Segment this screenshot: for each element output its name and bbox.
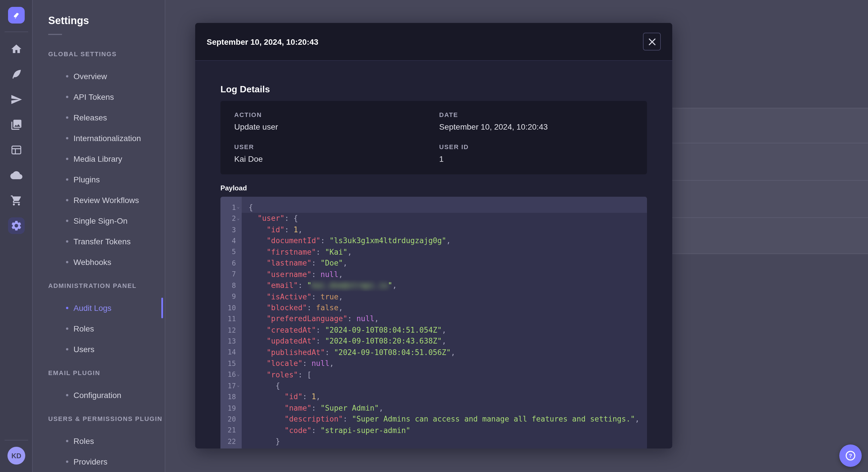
token-pun: } bbox=[249, 437, 280, 446]
code-text: "preferedLanguage": null, bbox=[242, 313, 647, 325]
token-pun: , bbox=[330, 359, 334, 368]
log-field: USERKai Doe bbox=[234, 143, 439, 164]
rail-item-cart-icon[interactable] bbox=[9, 193, 24, 207]
token-pun: , bbox=[446, 237, 451, 245]
token-key: "documentId" bbox=[267, 237, 321, 245]
gutter: 6 bbox=[220, 258, 242, 269]
bullet-dot bbox=[66, 328, 68, 330]
token-key: "email" bbox=[267, 281, 298, 290]
token-pun: , bbox=[316, 393, 321, 401]
token-key: "preferedLanguage" bbox=[267, 314, 348, 323]
line-number: 3 bbox=[232, 226, 236, 234]
sidebar-item-audit-logs[interactable]: Audit Logs bbox=[48, 298, 165, 318]
redacted-email-value: kai.doe@strapi.io bbox=[311, 281, 388, 290]
code-text: "id": 1, bbox=[242, 392, 647, 403]
log-details-modal: September 10, 2024, 10:20:43 Log Details… bbox=[195, 23, 672, 448]
media-library-icon bbox=[10, 119, 22, 131]
token-str: "2024-09-10T08:04:51.056Z" bbox=[334, 348, 451, 357]
rail-item-layout-icon[interactable] bbox=[9, 142, 24, 157]
token-pun: : bbox=[284, 225, 293, 234]
token-str: "2024-09-10T08:04:51.054Z" bbox=[325, 326, 442, 334]
code-line: 19 "name": "Super Admin", bbox=[220, 403, 647, 414]
user-avatar[interactable]: KD bbox=[7, 447, 25, 465]
rail-item-media-library-icon[interactable] bbox=[9, 117, 24, 132]
home-icon bbox=[10, 43, 22, 55]
rail-item-feather-icon[interactable] bbox=[9, 67, 24, 81]
bullet-dot bbox=[66, 220, 68, 222]
token-pun: : bbox=[311, 259, 320, 267]
sidebar-item-configuration[interactable]: Configuration bbox=[48, 385, 165, 405]
sidebar-item-review-workflows[interactable]: Review Workflows bbox=[48, 190, 165, 210]
field-label: DATE bbox=[439, 111, 633, 119]
rail-item-gear-icon[interactable] bbox=[8, 217, 25, 234]
sidebar-item-api-tokens[interactable]: API Tokens bbox=[48, 87, 165, 107]
token-pun: , bbox=[392, 281, 397, 290]
payload-code-block[interactable]: 1⌄{2⌄ "user": {3 "id": 1,4 "documentId":… bbox=[220, 197, 647, 448]
token-key: "blocked" bbox=[267, 303, 307, 312]
token-null: null bbox=[321, 270, 339, 278]
line-number: 22 bbox=[228, 438, 236, 446]
section-label: ADMINISTRATION PANEL bbox=[48, 282, 165, 290]
sidebar-item-label: Single Sign-On bbox=[73, 216, 127, 225]
gear-icon bbox=[10, 220, 22, 231]
token-key: "updatedAt" bbox=[267, 337, 316, 345]
line-number: 1 bbox=[232, 203, 236, 211]
token-key: "name" bbox=[284, 404, 311, 412]
sidebar-item-transfer-tokens[interactable]: Transfer Tokens bbox=[48, 231, 165, 252]
code-line: 15 "locale": null, bbox=[220, 358, 647, 369]
token-pun: : bbox=[311, 270, 320, 278]
token-pun: : bbox=[311, 404, 320, 412]
gutter: 8 bbox=[220, 280, 242, 291]
code-text: } bbox=[242, 436, 647, 447]
sidebar-item-users[interactable]: Users bbox=[48, 339, 165, 360]
rail-item-cloud-icon[interactable] bbox=[9, 168, 24, 182]
line-number: 9 bbox=[232, 293, 236, 301]
field-label: USER ID bbox=[439, 143, 633, 151]
token-pun: : bbox=[325, 348, 334, 357]
sidebar-item-overview[interactable]: Overview bbox=[48, 66, 165, 87]
code-line: 14 "publishedAt": "2024-09-10T08:04:51.0… bbox=[220, 347, 647, 358]
main-navigation-rail: KD bbox=[0, 0, 33, 472]
token-pun: : bbox=[320, 237, 329, 245]
token-key: "isActive" bbox=[267, 292, 312, 301]
rail-item-send-icon[interactable] bbox=[9, 92, 24, 106]
sidebar-item-plugins[interactable]: Plugins bbox=[48, 169, 165, 190]
code-text: "lastname": "Doe", bbox=[242, 258, 647, 269]
token-pun bbox=[249, 214, 257, 223]
sidebar-item-media-library[interactable]: Media Library bbox=[48, 148, 165, 169]
sidebar-item-internationalization[interactable]: Internationalization bbox=[48, 128, 165, 148]
code-text: "user": { bbox=[242, 213, 647, 224]
token-pun: : bbox=[298, 281, 307, 290]
token-key: "locale" bbox=[267, 359, 303, 368]
strapi-logo[interactable] bbox=[8, 7, 25, 24]
chevron-down-icon[interactable]: ⌄ bbox=[236, 372, 241, 377]
token-null: null bbox=[356, 314, 375, 323]
chevron-down-icon[interactable]: ⌄ bbox=[236, 382, 241, 388]
token-str: " bbox=[307, 281, 312, 290]
rail-item-home-icon[interactable] bbox=[9, 42, 24, 56]
chevron-down-icon[interactable]: ⌄ bbox=[236, 204, 241, 209]
token-str: " bbox=[388, 281, 392, 290]
sidebar-item-releases[interactable]: Releases bbox=[48, 107, 165, 128]
line-number: 2 bbox=[232, 214, 236, 223]
sidebar-item-roles[interactable]: Roles bbox=[48, 431, 165, 451]
modal-title: September 10, 2024, 10:20:43 bbox=[207, 37, 318, 46]
chevron-down-icon[interactable]: ⌄ bbox=[236, 215, 241, 221]
gutter: 18 bbox=[220, 392, 242, 403]
sidebar-item-roles[interactable]: Roles bbox=[48, 318, 165, 339]
page-title: Settings bbox=[48, 14, 165, 27]
code-text: "firstname": "Kai", bbox=[242, 247, 647, 258]
token-key: "id" bbox=[284, 393, 303, 401]
token-key: "description" bbox=[284, 415, 343, 424]
sidebar-item-single-sign-on[interactable]: Single Sign-On bbox=[48, 210, 165, 231]
code-text: "id": 1, bbox=[242, 224, 647, 235]
line-number: 13 bbox=[228, 337, 236, 345]
token-pun bbox=[249, 225, 267, 234]
token-pun: : bbox=[303, 359, 311, 368]
close-button[interactable] bbox=[643, 33, 661, 50]
token-pun: , bbox=[343, 259, 348, 267]
bullet-dot bbox=[66, 96, 68, 98]
sidebar-item-webhooks[interactable]: Webhooks bbox=[48, 252, 165, 272]
help-button[interactable]: ? bbox=[839, 444, 862, 467]
sidebar-item-providers[interactable]: Providers bbox=[48, 451, 165, 472]
